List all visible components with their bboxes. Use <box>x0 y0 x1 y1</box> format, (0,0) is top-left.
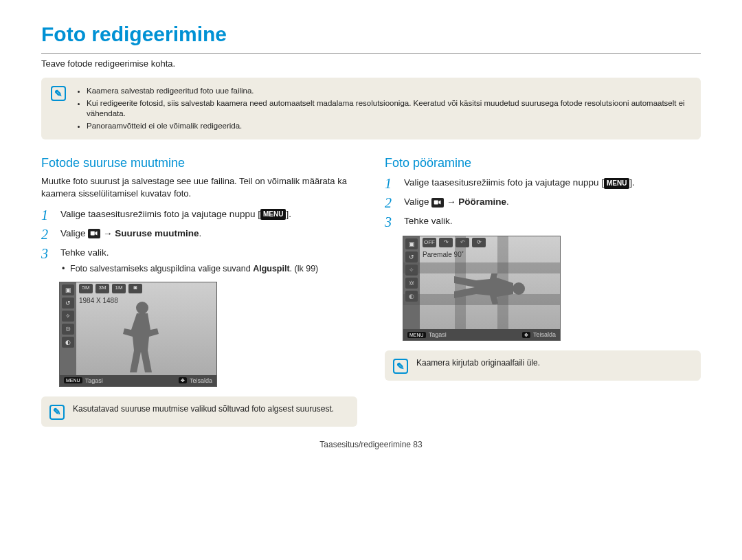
info-list: Kaamera salvestab redigeeritud foto uue … <box>74 85 691 133</box>
rotate-icon: ↺ <box>405 251 418 262</box>
step-number: 3 <box>41 247 54 260</box>
edit-icon <box>88 229 100 238</box>
rotate-180-icon: ⟳ <box>472 238 486 247</box>
person-silhouette-rotated <box>445 273 527 304</box>
size-icon: ◙ <box>128 284 142 293</box>
rotate-left-icon: ↶ <box>456 238 469 247</box>
page-title: Foto redigeerimine <box>41 21 701 49</box>
info-item: Kui redigeerite fotosid, siis salvestab … <box>87 98 691 120</box>
size-icon: 1M <box>112 284 126 293</box>
section-heading-resize: Fotode suuruse muutmine <box>41 155 357 171</box>
toolbar-icon: ▣ <box>62 284 74 295</box>
shot-footer: MENUTagasi ✥Teisalda <box>60 375 216 386</box>
person-silhouette <box>122 300 163 375</box>
navpad-icon: ✥ <box>522 332 530 338</box>
menu-badge: MENU <box>604 178 629 189</box>
shot-top-toolbar: 5M 3M 1M ◙ <box>76 282 216 295</box>
section-heading-rotate: Foto pööramine <box>385 155 701 171</box>
sub-bullet: Foto salvestamiseks alguspildina valige … <box>60 263 357 275</box>
shot-top-toolbar: OFF ↷ ↶ ⟳ <box>420 236 560 249</box>
menu-badge-small: MENU <box>64 377 82 383</box>
step-body: Valige taasesitusrežiimis foto ja vajuta… <box>404 177 701 189</box>
shot-value-label: Paremale 90˚ <box>423 250 556 260</box>
navpad-icon: ✥ <box>179 377 187 383</box>
menu-badge-small: MENU <box>407 332 426 338</box>
step-number: 1 <box>385 177 397 190</box>
rotate-off-icon: OFF <box>423 238 436 247</box>
camera-screenshot-resize: ▣ ↺ ✧ ⛭ ◐ 5M 3M 1M ◙ 1984 X 1488 <box>59 282 217 387</box>
toolbar-icon: ⛭ <box>62 324 74 335</box>
info-box-rotate: ✎ Kaamera kirjutab originaalfaili üle. <box>385 350 701 381</box>
svg-rect-0 <box>91 232 95 236</box>
size-icon: 5M <box>79 284 93 293</box>
step-body: Tehke valik. <box>404 215 701 227</box>
info-icon: ✎ <box>393 359 408 374</box>
toolbar-icon: ⛭ <box>405 278 418 289</box>
step-body: Valige taasesitusrežiimis foto ja vajuta… <box>60 208 357 221</box>
step-number: 3 <box>385 215 397 229</box>
steps-rotate: 1 Valige taasesitusrežiimis foto ja vaju… <box>385 177 701 229</box>
info-box-top: ✎ Kaamera salvestab redigeeritud foto uu… <box>41 78 701 139</box>
step-number: 2 <box>41 227 54 241</box>
page-subtitle: Teave fotode redigeerimise kohta. <box>41 58 701 70</box>
page-footer: Taasesitus/redigeerimine 83 <box>41 439 701 450</box>
rotate-right-icon: ↷ <box>439 238 453 247</box>
toolbar-icon: ◐ <box>405 291 418 302</box>
camera-screenshot-rotate: ▣ ↺ ✧ ⛭ ◐ OFF ↷ ↶ ⟳ Paremale 90˚ <box>403 236 561 341</box>
rotate-icon: ↺ <box>62 298 74 309</box>
shot-footer: MENUTagasi ✥Teisalda <box>403 329 560 340</box>
toolbar-icon: ✧ <box>405 265 418 276</box>
toolbar-icon: ▣ <box>405 238 418 249</box>
toolbar-icon: ✧ <box>62 311 74 322</box>
toolbar-icon: ◐ <box>62 337 74 348</box>
edit-icon <box>431 198 444 208</box>
step-body: Valige → Suuruse muutmine. <box>60 227 357 240</box>
step-body: Tehke valik. Foto salvestamiseks alguspi… <box>60 247 357 275</box>
column-rotate: Foto pööramine 1 Valige taasesitusrežiim… <box>385 155 701 426</box>
step-number: 1 <box>41 208 54 222</box>
shot-side-toolbar: ▣ ↺ ✧ ⛭ ◐ <box>403 236 420 329</box>
size-icon: 3M <box>95 284 109 293</box>
section-intro-resize: Muutke foto suurust ja salvestage see uu… <box>41 175 357 199</box>
title-divider <box>41 53 701 54</box>
steps-resize: 1 Valige taasesitusrežiimis foto ja vaju… <box>41 208 357 275</box>
info-item: Kaamera salvestab redigeeritud foto uue … <box>87 86 691 97</box>
info-box-resize: ✎ Kasutatavad suuruse muutmise valikud s… <box>41 396 357 427</box>
column-resize: Fotode suuruse muutmine Muutke foto suur… <box>41 155 357 426</box>
svg-point-1 <box>136 302 148 314</box>
svg-point-3 <box>513 282 525 295</box>
step-number: 2 <box>385 196 397 210</box>
info-item: Panoraamvõtteid ei ole võimalik redigeer… <box>87 121 691 132</box>
info-text: Kasutatavad suuruse muutmise valikud sõl… <box>73 403 334 414</box>
svg-rect-2 <box>434 201 438 205</box>
info-icon: ✎ <box>49 405 65 420</box>
shot-side-toolbar: ▣ ↺ ✧ ⛭ ◐ <box>60 282 76 375</box>
menu-badge: MENU <box>260 209 286 220</box>
info-icon: ✎ <box>51 86 66 101</box>
info-text: Kaamera kirjutab originaalfaili üle. <box>416 357 540 368</box>
step-body: Valige → Pööramine. <box>404 196 701 208</box>
